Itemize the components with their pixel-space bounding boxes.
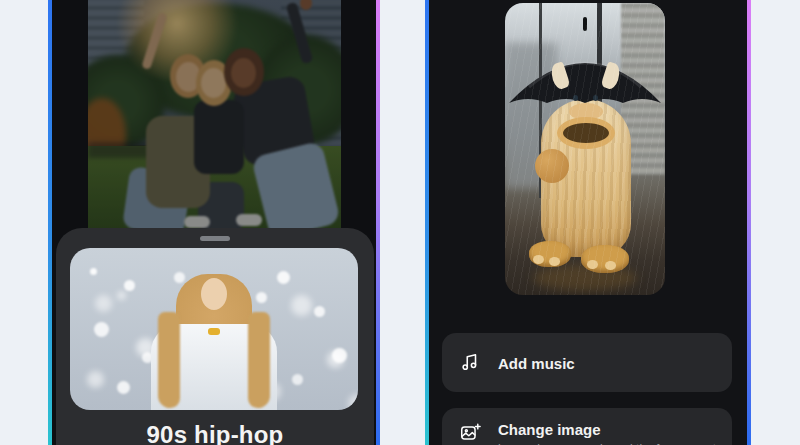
- umbrella: [505, 17, 665, 109]
- music-note-icon: [459, 351, 481, 373]
- gradient-border-right: [747, 0, 751, 445]
- left-phone-screen: 90s hip-hop: [52, 0, 376, 445]
- right-phone-frame: Add music Change image heavy downpour ra…: [425, 0, 751, 445]
- style-title: 90s hip-hop: [56, 421, 374, 445]
- gradient-border-right: [376, 0, 380, 445]
- change-image-button[interactable]: Change image heavy downpour rain and the…: [442, 408, 732, 445]
- add-music-button[interactable]: Add music: [442, 333, 732, 392]
- app-screenshot: 90s hip-hop: [0, 0, 800, 445]
- add-music-label: Add music: [498, 355, 575, 372]
- generated-image-preview: [505, 3, 665, 295]
- style-picker-sheet: 90s hip-hop: [56, 228, 374, 445]
- sheet-drag-handle[interactable]: [200, 236, 230, 241]
- snow-bokeh: [90, 268, 97, 275]
- style-option-card[interactable]: [70, 248, 358, 410]
- right-phone-screen: Add music Change image heavy downpour ra…: [429, 0, 747, 445]
- left-phone-frame: 90s hip-hop: [48, 0, 380, 445]
- gradient-border-left: [425, 0, 429, 445]
- monster-paw: [535, 149, 569, 183]
- image-plus-icon: [459, 422, 481, 444]
- gold-necklace: [208, 328, 220, 335]
- snow-bokeh: [118, 292, 125, 299]
- change-image-label: Change image: [498, 421, 601, 438]
- monster-smile: [557, 117, 615, 149]
- gradient-border-left: [48, 0, 52, 445]
- selected-photo-preview: [88, 0, 341, 230]
- photo-dim-overlay: [88, 0, 341, 230]
- woman-face: [201, 278, 227, 310]
